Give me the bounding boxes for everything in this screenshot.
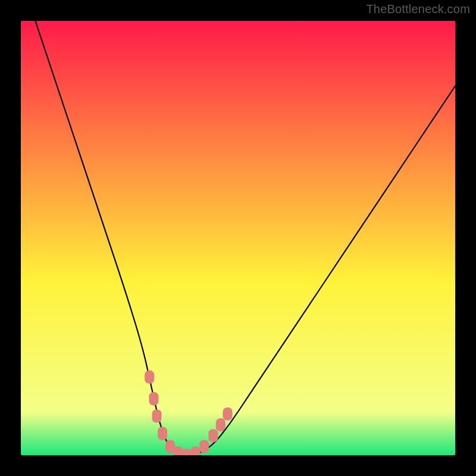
curve-marker <box>216 418 226 431</box>
watermark-text: TheBottleneck.com <box>366 2 470 16</box>
chart-stage: TheBottleneck.com <box>0 0 476 476</box>
curve-marker <box>149 392 158 405</box>
gradient-background <box>21 21 455 455</box>
curve-marker <box>173 446 183 455</box>
curve-marker <box>190 446 200 455</box>
curve-marker <box>223 408 232 421</box>
curve-marker <box>199 440 209 453</box>
curve-marker <box>145 371 154 384</box>
curve-marker <box>158 427 167 440</box>
chart-svg <box>21 21 455 455</box>
curve-marker <box>152 409 161 422</box>
plot-area <box>21 21 455 455</box>
curve-marker <box>208 429 218 442</box>
